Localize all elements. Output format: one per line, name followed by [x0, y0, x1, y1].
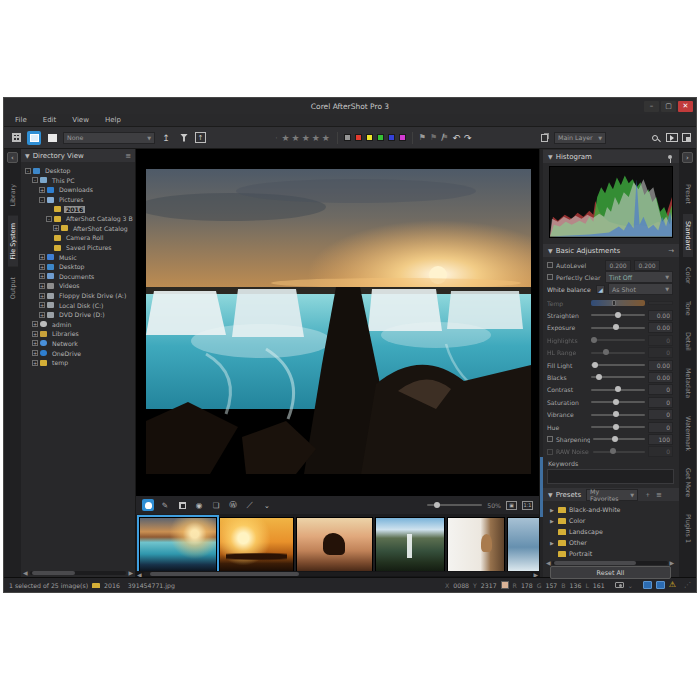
tree-expander-icon[interactable]: -	[39, 197, 45, 203]
thumbnail-ice-blue[interactable]	[507, 517, 539, 572]
vibrance-value[interactable]: 0	[648, 409, 673, 420]
tree-item-aftershot-catalog[interactable]: +AfterShot Catalog	[21, 224, 135, 234]
perfectly-clear-checkbox[interactable]	[547, 274, 553, 280]
slider-handle[interactable]	[615, 312, 621, 318]
sidebar-tab-library[interactable]: Library	[8, 177, 18, 213]
scroll-track[interactable]	[30, 571, 127, 575]
tree-item-aftershot-catalog-3-b[interactable]: -AfterShot Catalog 3 B	[21, 214, 135, 224]
saturation-value[interactable]: 0	[648, 397, 673, 408]
menu-help[interactable]: Help	[97, 116, 129, 124]
eyedropper-icon[interactable]: ◢	[596, 285, 605, 294]
scroll-left-icon[interactable]: ◀	[23, 569, 28, 576]
slider-handle[interactable]	[613, 424, 619, 430]
watermark-tool-button[interactable]: Ⓦ	[227, 499, 239, 511]
expand-arrow-icon[interactable]: ▶	[550, 507, 555, 513]
panel-tab-standard[interactable]: Standard	[683, 214, 693, 257]
raw-noise-value[interactable]: 0	[648, 446, 673, 457]
scroll-right-icon[interactable]: ▶	[128, 569, 133, 576]
browse-preset-dropdown[interactable]: None ▼	[63, 132, 155, 144]
tree-expander-icon[interactable]: -	[25, 168, 31, 174]
minimize-button[interactable]: –	[644, 101, 659, 112]
grid-view-button[interactable]	[9, 131, 23, 145]
fit-to-screen-button[interactable]: ▣	[506, 501, 517, 510]
zoom-slider-handle[interactable]	[434, 502, 440, 508]
collapse-right-panel-button[interactable]: ›	[682, 152, 693, 163]
rating-star-3[interactable]: ★	[302, 133, 311, 143]
tree-expander-icon[interactable]: +	[32, 350, 38, 356]
thumbnail-horses-sunset[interactable]	[219, 517, 294, 572]
main-photo[interactable]	[146, 169, 531, 474]
sharpening-checkbox[interactable]	[547, 436, 553, 442]
tree-item-local-disk-c[interactable]: +Local Disk (C:)	[21, 300, 135, 310]
tree-item-admin[interactable]: +admin	[21, 320, 135, 330]
exposure-slider[interactable]	[591, 327, 645, 329]
tree-expander-icon[interactable]: +	[39, 312, 45, 318]
scroll-thumb[interactable]	[554, 561, 636, 565]
close-button[interactable]: ✕	[678, 101, 693, 112]
slider-handle[interactable]	[612, 300, 616, 306]
highlights-slider[interactable]	[591, 339, 645, 341]
scroll-left-icon[interactable]: ◀	[546, 559, 551, 566]
menu-view[interactable]: View	[64, 116, 97, 124]
sort-button[interactable]: ↥	[159, 131, 173, 145]
tree-item-desktop[interactable]: +Desktop	[21, 262, 135, 272]
reset-all-button[interactable]: Reset All	[550, 566, 671, 579]
undo-button[interactable]: ↶	[452, 133, 460, 143]
preset-folder-black-and-white[interactable]: ▶Black-and-White	[550, 504, 674, 515]
preset-folder-other[interactable]: ▶Other	[550, 537, 674, 548]
thumbnail-animal-on-tree[interactable]	[447, 517, 505, 572]
directory-panel-header[interactable]: ▼ Directory View ≡	[21, 149, 135, 162]
thumbnail-canyon-waterfall[interactable]	[375, 517, 445, 572]
temp-slider[interactable]	[591, 300, 645, 306]
export-button[interactable]: ↑	[195, 132, 206, 143]
status-toggle-icon-2[interactable]	[656, 581, 665, 589]
tree-item-floppy-disk-drive-a[interactable]: +Floppy Disk Drive (A:)	[21, 291, 135, 301]
expand-arrow-icon[interactable]: ▶	[550, 518, 555, 524]
straighten-value[interactable]: 0.00	[648, 310, 673, 321]
scroll-track[interactable]	[552, 561, 669, 565]
search-button[interactable]	[648, 131, 662, 145]
chevron-down-icon[interactable]: ⌄	[628, 582, 633, 589]
camera-icon[interactable]	[615, 582, 624, 588]
tree-expander-icon[interactable]: -	[32, 177, 38, 183]
presets-header[interactable]: ▼ Presets My Favorites ▼ ＋ ≡	[543, 488, 679, 501]
color-label-2[interactable]	[355, 134, 362, 141]
exposure-value[interactable]: 0.00	[648, 322, 673, 333]
sidebar-tab-file-system[interactable]: File System	[8, 216, 18, 267]
tree-item-libraries[interactable]: +Libraries	[21, 329, 135, 339]
panel-tab-color[interactable]: Color	[683, 260, 693, 291]
expand-arrow-icon[interactable]: ▶	[550, 540, 555, 546]
flag-unflag-icon[interactable]: ⚑	[430, 134, 437, 142]
sharpening-value[interactable]: 100	[648, 434, 673, 445]
tree-item-onedrive[interactable]: +OneDrive	[21, 348, 135, 358]
color-label-5[interactable]	[388, 134, 395, 141]
preset-folder-portrait[interactable]: Portrait	[550, 548, 674, 559]
tree-item-saved-pictures[interactable]: Saved Pictures	[21, 243, 135, 253]
slider-handle[interactable]	[613, 399, 619, 405]
rating-star-4[interactable]: ★	[312, 133, 321, 143]
panel-tab-watermark[interactable]: Watermark	[683, 409, 693, 458]
preset-folder-color[interactable]: ▶Color	[550, 515, 674, 526]
basic-adjustments-header[interactable]: ▼ Basic Adjustments →	[543, 244, 679, 257]
zoom-slider[interactable]	[427, 504, 482, 506]
maximize-button[interactable]: ▢	[661, 101, 676, 112]
tree-expander-icon[interactable]: +	[39, 302, 45, 308]
color-label-1[interactable]	[344, 134, 351, 141]
scroll-track[interactable]	[143, 572, 533, 576]
tree-expander-icon[interactable]: +	[53, 225, 59, 231]
tree-expander-icon[interactable]: +	[39, 273, 45, 279]
pin-icon[interactable]	[668, 155, 672, 159]
hue-slider[interactable]	[591, 426, 645, 428]
panel-tab-detail[interactable]: Detail	[683, 325, 693, 358]
fill-light-slider[interactable]	[591, 364, 645, 366]
brush-tool-button[interactable]: ✎	[159, 499, 171, 511]
panel-tab-plugins-1[interactable]: Plugins 1	[683, 507, 693, 550]
vibrance-slider[interactable]	[591, 414, 645, 416]
scroll-thumb[interactable]	[32, 571, 76, 575]
tool-options-button[interactable]: ⌄	[261, 499, 273, 511]
color-label-4[interactable]	[377, 134, 384, 141]
color-label-3[interactable]	[366, 134, 373, 141]
tree-item-desktop[interactable]: -Desktop	[21, 166, 135, 176]
slider-handle[interactable]	[603, 349, 609, 355]
filter-button[interactable]	[177, 131, 191, 145]
